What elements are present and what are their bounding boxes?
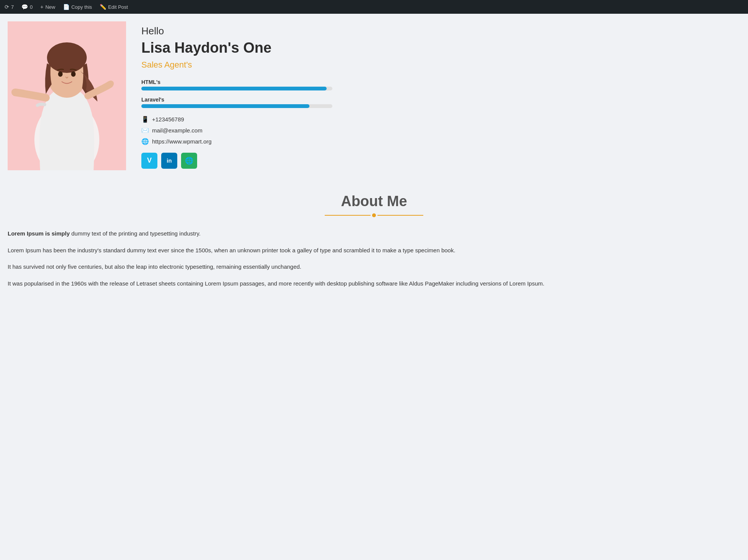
contact-info: 📱 +123456789 ✉️ mail@example.com 🌐 https… bbox=[141, 116, 740, 145]
vimeo-icon: V bbox=[147, 157, 152, 165]
edit-item[interactable]: ✏️ Edit Post bbox=[100, 4, 128, 10]
skill-html-bar-bg bbox=[141, 87, 332, 90]
skill-html-bar-fill bbox=[141, 87, 327, 90]
about-title-wrapper: About Me bbox=[8, 193, 740, 217]
contact-website: 🌐 https://www.wpmart.org bbox=[141, 138, 740, 145]
profile-image-wrapper bbox=[8, 21, 126, 170]
about-divider bbox=[8, 213, 740, 217]
profile-image bbox=[8, 21, 126, 170]
globe-contact-icon: 🌐 bbox=[141, 138, 149, 145]
admin-bar: ⟳ 7 💬 0 + New 📄 Copy this ✏️ Edit Post bbox=[0, 0, 748, 14]
svg-point-6 bbox=[71, 71, 76, 77]
copy-label: Copy this bbox=[71, 4, 92, 10]
linkedin-button[interactable]: in bbox=[161, 153, 177, 169]
svg-point-5 bbox=[58, 71, 63, 77]
profile-section: Hello Lisa Haydon's One Sales Agent's HT… bbox=[8, 21, 740, 170]
about-section: About Me Lorem Ipsum is simply dummy tex… bbox=[8, 186, 740, 307]
skill-laravel-label: Laravel's bbox=[141, 97, 740, 103]
about-paragraph-1: Lorem Ipsum is simply dummy text of the … bbox=[8, 229, 740, 239]
svg-point-4 bbox=[47, 42, 87, 73]
plus-icon: + bbox=[40, 4, 43, 10]
globe-social-icon: 🌐 bbox=[185, 157, 193, 165]
svg-point-7 bbox=[11, 89, 18, 95]
contact-phone: 📱 +123456789 bbox=[141, 116, 740, 123]
divider-line-right bbox=[377, 215, 423, 216]
email-icon: ✉️ bbox=[141, 127, 149, 134]
globe-social-button[interactable]: 🌐 bbox=[181, 153, 197, 169]
about-paragraph-2: Lorem Ipsum has been the industry's stan… bbox=[8, 245, 740, 255]
copy-item[interactable]: 📄 Copy this bbox=[63, 4, 92, 10]
edit-label: Edit Post bbox=[108, 4, 128, 10]
updates-count: 7 bbox=[11, 4, 14, 10]
profile-info: Hello Lisa Haydon's One Sales Agent's HT… bbox=[141, 21, 740, 170]
comments-count: 0 bbox=[30, 4, 32, 10]
copy-icon: 📄 bbox=[63, 4, 70, 10]
profile-role: Sales Agent's bbox=[141, 60, 740, 70]
about-title: About Me bbox=[8, 193, 740, 210]
greeting: Hello bbox=[141, 25, 740, 37]
comments-item[interactable]: 💬 0 bbox=[21, 4, 32, 10]
email-text: mail@example.com bbox=[152, 127, 202, 134]
phone-icon: 📱 bbox=[141, 116, 149, 123]
skills-wrapper: HTML's Laravel's bbox=[141, 79, 740, 108]
website-text: https://www.wpmart.org bbox=[152, 138, 212, 145]
divider-line-left bbox=[325, 215, 371, 216]
comment-icon: 💬 bbox=[21, 4, 28, 10]
wp-icon: ⟳ bbox=[5, 4, 9, 10]
page-content: Hello Lisa Haydon's One Sales Agent's HT… bbox=[0, 14, 748, 560]
updates-item[interactable]: ⟳ 7 bbox=[5, 4, 14, 10]
skill-laravel: Laravel's bbox=[141, 97, 740, 108]
profile-name: Lisa Haydon's One bbox=[141, 39, 740, 57]
new-label: New bbox=[45, 4, 55, 10]
edit-icon: ✏️ bbox=[100, 4, 106, 10]
svg-point-8 bbox=[108, 81, 114, 87]
social-icons: V in 🌐 bbox=[141, 153, 740, 169]
new-item[interactable]: + New bbox=[40, 4, 55, 10]
skill-laravel-bar-fill bbox=[141, 104, 309, 108]
skill-html-label: HTML's bbox=[141, 79, 740, 85]
phone-text: +123456789 bbox=[152, 116, 184, 123]
about-paragraph-3: It has survived not only five centuries,… bbox=[8, 262, 740, 272]
about-bold-text: Lorem Ipsum is simply bbox=[8, 230, 70, 237]
divider-dot bbox=[372, 213, 376, 217]
linkedin-icon: in bbox=[167, 157, 172, 164]
contact-email: ✉️ mail@example.com bbox=[141, 127, 740, 134]
vimeo-button[interactable]: V bbox=[141, 153, 157, 169]
skill-html: HTML's bbox=[141, 79, 740, 90]
skill-laravel-bar-bg bbox=[141, 104, 332, 108]
about-paragraph-4: It was popularised in the 1960s with the… bbox=[8, 279, 740, 289]
